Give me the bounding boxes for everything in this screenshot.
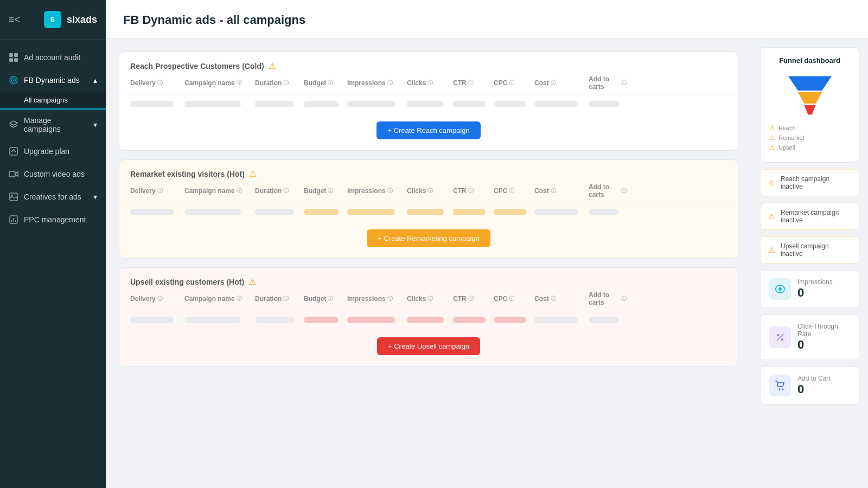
sidebar-item-upgrade-plan[interactable]: Upgrade plan xyxy=(0,140,106,163)
app-logo: 6 xyxy=(44,11,61,28)
skeleton xyxy=(304,209,339,215)
video-icon xyxy=(9,169,18,179)
funnel-warning-3: ⚠ xyxy=(769,144,775,151)
col-cost: Cost ⓘ xyxy=(534,183,589,198)
layers-icon xyxy=(9,120,18,130)
chevron-up-icon: ▴ xyxy=(93,76,97,85)
info-icon: ⓘ xyxy=(328,79,333,87)
col-delivery: Delivery ⓘ xyxy=(130,183,184,198)
reach-inactive-alert[interactable]: ⚠ Reach campaign inactive xyxy=(760,169,859,196)
info-icon: ⓘ xyxy=(328,295,333,303)
section-upsell-title: Upsell existing customers (Hot) xyxy=(130,278,244,286)
funnel-dashboard-card: Funnel dashboard ⚠ Reach xyxy=(760,47,859,163)
funnel-warning-1: ⚠ xyxy=(769,124,775,132)
funnel-label-text-2: Remarket xyxy=(778,134,805,141)
col-clicks: Clicks ⓘ xyxy=(407,291,453,306)
upsell-table: Delivery ⓘ Campaign name ⓘ Duration ⓘ Bu… xyxy=(119,287,738,329)
remarket-inactive-alert[interactable]: ⚠ Remarket campaign inactive xyxy=(760,203,859,230)
sidebar-label-custom-video-ads: Custom video ads xyxy=(24,170,85,178)
hamburger-icon[interactable]: ≡< xyxy=(9,14,20,25)
reach-warning-icon: ⚠ xyxy=(269,61,276,71)
info-icon: ⓘ xyxy=(387,295,393,303)
svg-rect-0 xyxy=(9,53,13,57)
remarket-table: Delivery ⓘ Campaign name ⓘ Duration ⓘ Bu… xyxy=(119,179,738,221)
svg-point-15 xyxy=(778,287,782,291)
sidebar-item-custom-video-ads[interactable]: Custom video ads xyxy=(0,163,106,185)
svg-rect-2 xyxy=(9,58,13,62)
funnel-label-upsell: ⚠ Upsell xyxy=(769,144,850,151)
upsell-inactive-alert[interactable]: ⚠ Upsell campaign inactive xyxy=(760,236,859,264)
skeleton xyxy=(407,101,444,107)
upsell-table-header: Delivery ⓘ Campaign name ⓘ Duration ⓘ Bu… xyxy=(119,287,738,311)
svg-point-20 xyxy=(782,389,784,390)
col-delivery: Delivery ⓘ xyxy=(130,75,184,91)
col-cost: Cost ⓘ xyxy=(534,291,589,306)
info-icon: ⓘ xyxy=(468,187,474,195)
funnel-warning-2: ⚠ xyxy=(769,134,775,142)
sidebar-item-creatives-for-ads[interactable]: Creatives for ads ▾ xyxy=(0,185,106,208)
skeleton xyxy=(494,317,526,323)
create-remarketing-campaign-button[interactable]: + Create Remarketing campaign xyxy=(367,229,490,247)
upsell-alert-text: Upsell campaign inactive xyxy=(781,242,851,258)
info-icon: ⓘ xyxy=(157,295,163,303)
skeleton xyxy=(255,209,294,215)
skeleton xyxy=(453,101,486,107)
info-icon: ⓘ xyxy=(237,79,242,87)
svg-point-17 xyxy=(781,338,783,341)
info-icon: ⓘ xyxy=(387,79,393,87)
add-to-cart-metric-info: Add to Cart 0 xyxy=(797,375,831,396)
add-to-cart-icon-wrap xyxy=(769,375,791,396)
sidebar-label-fb-dynamic-ads: FB Dynamic ads xyxy=(24,76,80,85)
info-icon: ⓘ xyxy=(283,187,289,195)
app-brand: sixads xyxy=(67,14,97,25)
create-reach-campaign-button[interactable]: + Create Reach campaign xyxy=(376,121,480,139)
col-clicks: Clicks ⓘ xyxy=(407,75,453,91)
sidebar-label-manage-campaigns: Manage campaigns xyxy=(24,116,88,133)
image-icon xyxy=(9,192,18,202)
subnav-all-campaigns[interactable]: All campaigns xyxy=(0,92,106,110)
reach-table-header: Delivery ⓘ Campaign name ⓘ Duration ⓘ Bu… xyxy=(119,71,738,95)
page-header: FB Dynamic ads - all campaigns xyxy=(106,0,868,38)
info-icon: ⓘ xyxy=(551,187,556,195)
skeleton xyxy=(589,317,619,323)
sidebar-item-fb-dynamic-ads[interactable]: FB Dynamic ads ▴ xyxy=(0,69,106,92)
col-ctr: CTR ⓘ xyxy=(453,75,494,91)
info-icon: ⓘ xyxy=(621,187,627,195)
skeleton xyxy=(347,209,395,215)
info-icon: ⓘ xyxy=(387,187,393,195)
svg-marker-14 xyxy=(804,105,815,115)
info-icon: ⓘ xyxy=(427,295,433,303)
info-icon: ⓘ xyxy=(468,295,474,303)
section-upsell: Upsell existing customers (Hot) ⚠ Delive… xyxy=(119,267,738,367)
funnel-label-text-3: Upsell xyxy=(778,144,795,151)
sidebar-nav: Ad account audit FB Dynamic ads ▴ All ca… xyxy=(0,40,106,488)
info-icon: ⓘ xyxy=(509,79,514,87)
section-remarket: Remarket existing visitors (Hot) ⚠ Deliv… xyxy=(119,159,738,259)
create-upsell-campaign-button[interactable]: + Create Upsell campaign xyxy=(377,337,480,355)
section-upsell-header: Upsell existing customers (Hot) ⚠ xyxy=(119,268,738,287)
add-to-cart-label: Add to Cart xyxy=(797,375,831,382)
sidebar: ≡< 6 sixads Ad account audit FB Dynamic … xyxy=(0,0,106,488)
sidebar-item-manage-campaigns[interactable]: Manage campaigns ▾ xyxy=(0,110,106,140)
svg-point-19 xyxy=(779,389,781,390)
chart-icon xyxy=(9,215,18,224)
col-ctr: CTR ⓘ xyxy=(453,183,494,198)
impressions-metric-info: Impressions 0 xyxy=(797,278,833,300)
col-impressions: Impressions ⓘ xyxy=(347,75,407,91)
section-remarket-header: Remarket existing visitors (Hot) ⚠ xyxy=(119,160,738,179)
sidebar-item-ad-account-audit[interactable]: Ad account audit xyxy=(0,46,106,69)
alert-warning-icon-reach: ⚠ xyxy=(768,178,775,187)
funnel-label-remarket: ⚠ Remarket xyxy=(769,134,850,142)
skeleton xyxy=(589,209,619,215)
col-budget: Budget ⓘ xyxy=(304,183,347,198)
skeleton xyxy=(255,317,294,323)
reach-table: Delivery ⓘ Campaign name ⓘ Duration ⓘ Bu… xyxy=(119,71,738,113)
section-remarket-title: Remarket existing visitors (Hot) xyxy=(130,170,245,178)
ctr-metric-info: Click-Through Rate 0 xyxy=(797,323,850,352)
col-ctr: CTR ⓘ xyxy=(453,291,494,306)
col-clicks: Clicks ⓘ xyxy=(407,183,453,198)
sidebar-item-ppc-management[interactable]: PPC management xyxy=(0,208,106,231)
col-cpc: CPC ⓘ xyxy=(494,291,534,306)
remarket-warning-icon: ⚠ xyxy=(249,169,257,179)
sidebar-label-ppc-management: PPC management xyxy=(24,215,86,224)
